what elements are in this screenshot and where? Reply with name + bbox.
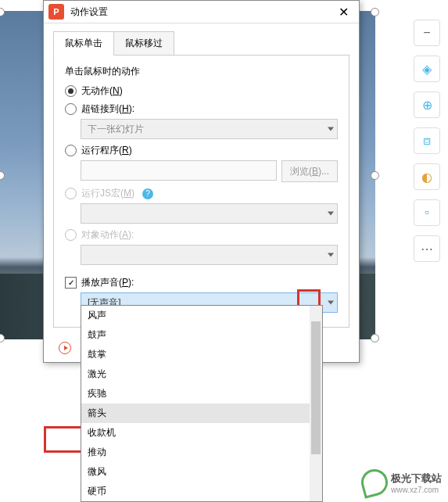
radio-label: 无动作(N) [81,84,123,98]
list-item[interactable]: 收款机 [81,423,322,443]
select-value: 下一张幻灯片 [88,123,144,136]
zoom-button[interactable]: ⊕ [414,91,440,118]
hyperlink-select[interactable]: 下一张幻灯片 [81,119,338,139]
panel: 单击鼠标时的动作 无动作(N) 超链接到(H): 下一张幻灯片 运行程序(R) … [53,55,349,328]
layers-button[interactable]: ◈ [414,56,440,82]
checkbox-label: 播放声音(P): [81,276,134,289]
radio-label: 运行程序(R) [81,144,132,157]
list-item[interactable]: 激光 [81,364,322,384]
watermark-icon [358,466,391,499]
radio-icon [65,188,77,199]
watermark: 极光下载站 www.xz7.com [361,469,442,496]
radio-icon [65,103,77,115]
list-item[interactable]: 箭头 [81,403,322,423]
radio-run-program[interactable]: 运行程序(R) [65,144,338,157]
group-label: 单击鼠标时的动作 [65,65,338,78]
js-macro-select [81,203,338,224]
radio-object-action: 对象动作(A): [65,228,338,242]
radio-label: 运行JS宏(M) [81,187,134,200]
checkbox-icon [65,277,77,289]
doc-button[interactable]: ▫ [414,199,440,226]
radio-icon [65,229,77,241]
chevron-down-icon [328,253,334,257]
dialog-title: 动作设置 [70,5,328,19]
browse-button[interactable]: 浏览(B)... [281,160,338,182]
list-item[interactable]: 疾驰 [81,384,322,403]
watermark-url: www.xz7.com [391,486,442,494]
program-path-input[interactable] [81,160,277,181]
tabs: 鼠标单击 鼠标移过 [53,31,349,56]
sidebar-tools: − ◈ ⊕ ⧈ ◐ ▫ ⋯ [414,20,440,262]
crop-button[interactable]: ⧈ [414,127,440,154]
help-icon[interactable]: ? [142,188,153,199]
list-item[interactable]: 推动 [81,443,322,462]
chevron-down-icon [328,127,334,131]
close-button[interactable]: ✕ [328,1,359,23]
sound-dropdown-list: 风声 鼓声 鼓掌 激光 疾驰 箭头 收款机 推动 微风 硬币 [81,305,323,502]
radio-label: 超链接到(H): [81,102,134,116]
minus-button[interactable]: − [414,20,440,46]
play-sample-button[interactable] [59,342,71,354]
tab-mouse-over[interactable]: 鼠标移过 [113,31,174,56]
chevron-down-icon [328,212,334,216]
radio-hyperlink[interactable]: 超链接到(H): [65,102,338,116]
tab-mouse-click[interactable]: 鼠标单击 [53,31,114,56]
radio-label: 对象动作(A): [81,228,134,242]
bulb-button[interactable]: ◐ [414,163,440,190]
radio-run-js: 运行JS宏(M) ? [65,187,338,200]
watermark-text: 极光下载站 [391,472,442,486]
radio-icon [65,85,77,97]
play-sound-checkbox[interactable]: 播放声音(P): [65,276,338,289]
radio-none[interactable]: 无动作(N) [65,84,338,98]
chevron-down-icon [328,301,334,305]
radio-icon [65,145,77,156]
list-item[interactable]: 微风 [81,462,322,482]
list-item[interactable]: 硬币 [81,482,322,501]
scrollbar[interactable] [310,306,322,501]
scrollbar-thumb[interactable] [311,321,321,454]
more-button[interactable]: ⋯ [414,235,440,262]
list-item[interactable]: 鼓掌 [81,345,322,364]
list-item[interactable]: 风声 [81,306,322,325]
app-icon: P [48,4,64,20]
list-item[interactable]: 鼓声 [81,325,322,345]
object-action-select [81,245,338,265]
titlebar: P 动作设置 ✕ [44,1,359,23]
